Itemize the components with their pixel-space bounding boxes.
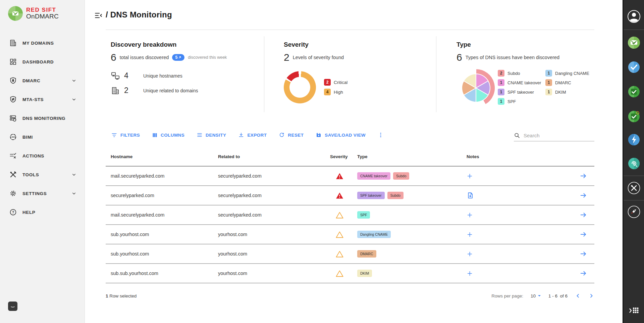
sidebar-item-actions[interactable]: ACTIONS — [0, 146, 85, 165]
redsift-logo-icon — [8, 6, 23, 21]
apps-grid-icon[interactable] — [629, 306, 639, 315]
sidebar-item-settings[interactable]: SETTINGS — [0, 184, 85, 203]
add-note-icon[interactable] — [467, 173, 473, 179]
sidebar-item-mta-sts[interactable]: MTA-STS — [0, 90, 85, 109]
open-row-arrow-icon[interactable] — [580, 270, 587, 277]
type-legend-item: 1 SPF — [498, 98, 541, 105]
add-note-icon[interactable] — [467, 231, 473, 238]
type-badge: DKIM — [357, 270, 372, 277]
app-check-green-gear-icon[interactable] — [628, 110, 640, 123]
card-title: Type — [457, 41, 471, 48]
app-check-blue-icon[interactable] — [628, 61, 640, 73]
app-radar-teal-icon[interactable] — [628, 157, 640, 170]
app-check-green-icon[interactable] — [628, 86, 640, 98]
legend-label: CNAME takeover — [507, 80, 541, 85]
hostname-cell: securelyparked.com — [106, 193, 218, 198]
related-to-cell: yourhost.com — [218, 232, 325, 237]
add-note-icon[interactable] — [467, 251, 473, 257]
legend-label: DMARC — [555, 80, 571, 85]
ondmarc-app-icon[interactable] — [628, 36, 640, 49]
density-icon — [197, 132, 203, 138]
sidebar-nav: MY DOMAINS DASHBOARD DMARC MTA-STS DNS M… — [0, 34, 85, 222]
related-to-cell: securelyparked.com — [218, 212, 325, 218]
severity-legend-item: 4 High — [324, 89, 347, 95]
table-row[interactable]: mail.securelyparked.com securelyparked.c… — [106, 205, 594, 225]
app-bolt-blue-icon[interactable] — [628, 134, 640, 146]
issues-table: HostnameRelated toSeverityTypeNotes mail… — [106, 147, 594, 283]
column-header-notes: Notes — [465, 154, 515, 159]
severity-critical-icon — [325, 192, 354, 199]
collapse-sidebar-icon[interactable] — [94, 11, 103, 21]
rocket-app-icon[interactable] — [628, 205, 640, 218]
open-row-arrow-icon[interactable] — [580, 211, 587, 219]
dmarc-icon — [9, 76, 17, 85]
toolbar-button-label: COLUMNS — [161, 133, 184, 138]
reset-button[interactable]: RESET — [279, 132, 304, 138]
type-legend-item: 1 DKIM — [545, 89, 589, 95]
selected-rows-status: 1 Row selected — [106, 293, 137, 298]
sidebar-item-dashboard[interactable]: DASHBOARD — [0, 52, 85, 71]
sidebar-item-my-domains[interactable]: MY DOMAINS — [0, 34, 85, 52]
page-range: 1 - 6 of 6 — [548, 293, 568, 298]
open-row-arrow-icon[interactable] — [580, 250, 587, 258]
settings-icon — [9, 189, 17, 198]
type-cell: SPF takeoverSubdo — [354, 192, 465, 199]
filters-button[interactable]: FILTERS — [111, 132, 140, 138]
table-row[interactable]: sub.sub.yourhost.com yourhost.com DKIM — [106, 264, 594, 283]
table-header-row: HostnameRelated toSeverityTypeNotes — [106, 147, 594, 167]
table-row[interactable]: mail.securelyparked.com securelyparked.c… — [106, 167, 594, 186]
severity-high-icon — [325, 270, 354, 277]
columns-button[interactable]: COLUMNS — [152, 132, 184, 138]
add-note-icon[interactable] — [467, 212, 473, 218]
sidebar-item-dmarc[interactable]: DMARC — [0, 71, 85, 90]
legend-swatch: 1 — [498, 98, 504, 105]
type-badge: Subdo — [393, 172, 409, 180]
sidebar-item-help[interactable]: ? HELP — [0, 203, 85, 222]
export-button[interactable]: EXPORT — [238, 132, 267, 138]
search-input[interactable] — [524, 133, 587, 138]
main-content: / DNS Monitoring Discovery breakdown 6 t… — [85, 0, 623, 323]
severity-count: 2 — [284, 52, 289, 63]
discovery-stat: 2 Unique related to domains — [111, 86, 198, 95]
more-button[interactable] — [378, 132, 384, 138]
add-note-icon[interactable] — [467, 270, 473, 277]
save-load-view-button[interactable]: SAVE/LOAD VIEW — [316, 132, 366, 138]
previous-page-icon[interactable] — [575, 293, 581, 299]
type-legend-item: 1 SPF takeover — [498, 89, 541, 95]
export-icon — [238, 132, 244, 138]
open-row-arrow-icon[interactable] — [580, 192, 587, 199]
table-row[interactable]: sub.yourhost.com yourhost.com DMARC — [106, 244, 594, 264]
type-badge: SPF takeover — [357, 192, 385, 199]
rows-per-page-label: Rows per page: — [491, 293, 523, 298]
sidebar-item-bimi[interactable]: LOGO BIMI — [0, 128, 85, 146]
chat-bubble-icon[interactable] — [8, 302, 17, 311]
hostname-cell: sub.sub.yourhost.com — [106, 271, 218, 276]
density-button[interactable]: DENSITY — [197, 132, 226, 138]
open-row-arrow-icon[interactable] — [580, 231, 587, 238]
rows-per-page-select[interactable]: 10 — [531, 293, 541, 298]
account-icon[interactable] — [627, 10, 641, 23]
hostname-cell: mail.securelyparked.com — [106, 212, 218, 218]
related-to-cell: securelyparked.com — [218, 173, 325, 179]
severity-legend: 2 Critical 4 High — [324, 79, 347, 95]
search-box — [514, 130, 594, 141]
tools-app-icon[interactable] — [628, 182, 640, 194]
type-legend-item: 1 Dangling CNAME — [545, 70, 589, 77]
next-page-icon[interactable] — [588, 293, 594, 299]
table-row[interactable]: securelyparked.com securelyparked.com SP… — [106, 186, 594, 205]
related-to-cell: yourhost.com — [218, 251, 325, 257]
sidebar-item-dns-monitoring[interactable]: DNS MONITORING — [0, 109, 85, 128]
discovery-stat: 4 Unique hostnames — [111, 71, 182, 80]
hostname-cell: sub.yourhost.com — [106, 251, 218, 257]
open-row-arrow-icon[interactable] — [580, 172, 587, 180]
dns-monitoring-icon — [9, 114, 17, 123]
rightbar-divider — [624, 200, 644, 200]
caret-down-icon — [538, 294, 541, 297]
type-cell: CNAME takeoverSubdo — [354, 172, 465, 180]
sidebar-item-tools[interactable]: TOOLS — [0, 165, 85, 184]
open-note-icon[interactable] — [467, 192, 474, 199]
arrow-up-right-icon — [178, 56, 181, 59]
legend-label: SPF — [507, 99, 516, 104]
table-row[interactable]: sub.yourhost.com yourhost.com Dangling C… — [106, 225, 594, 244]
type-legend-col1: 2 Subdo 1 CNAME takeover 1 SPF takeover … — [498, 70, 541, 105]
